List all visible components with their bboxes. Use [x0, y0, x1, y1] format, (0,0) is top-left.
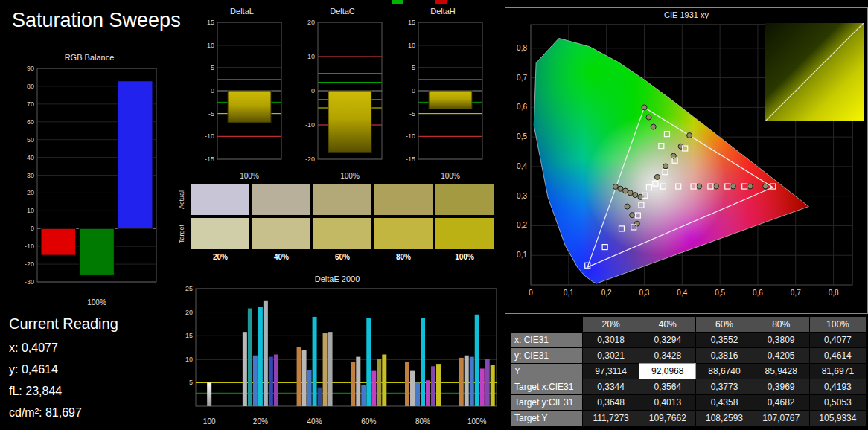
tick-label: 10 [307, 53, 315, 60]
row-label: Target x:CIE31 [511, 379, 582, 394]
actual-swatch-20% [191, 184, 249, 215]
deltae-bar [302, 350, 307, 406]
column-header: 60% [696, 317, 752, 332]
reading-y: y: 0,4614 [9, 359, 118, 380]
tick-label: -10 [25, 243, 34, 250]
rgb-balance-chart: 9080706050403020100-10-20-30100% [15, 62, 164, 311]
tick-label: 15 [185, 332, 193, 339]
red-status-marker [435, 0, 447, 4]
deltae-bar [459, 358, 464, 406]
target-point [633, 193, 638, 198]
table-cell: 85,9428 [753, 364, 809, 379]
row-label: Y [511, 364, 582, 379]
tick-label: 0,2 [517, 221, 527, 229]
deltae-bar [480, 368, 485, 406]
deltae-bar [426, 380, 430, 406]
tick-label: 5 [189, 379, 193, 386]
target-point [763, 184, 768, 189]
table-cell: 0,4077 [810, 333, 866, 347]
target-point [747, 184, 753, 189]
tick-label: 20 [185, 309, 193, 316]
deltae-bar [405, 362, 409, 406]
highlighted-cell: 92,0968 [639, 364, 695, 379]
deltae-bar [307, 370, 312, 406]
deltae-2000-chart-mount: 25201510510020%40%60%80%100% [173, 284, 501, 430]
rgb-balance-title: RGB Balance [15, 52, 164, 62]
target-point [642, 105, 647, 110]
swatch-grid: 20%40%60%80%100% [191, 184, 497, 270]
row-label: y: CIE31 [511, 348, 582, 363]
tick-label: 70 [27, 100, 34, 108]
target-row-label: Target [176, 218, 187, 249]
table-cell: 0,4193 [810, 379, 866, 394]
table-cell: 0,3021 [583, 348, 639, 363]
target-point [618, 186, 623, 191]
deltae-bar [436, 364, 441, 406]
table-cell: 0,3564 [639, 379, 695, 394]
tick-label: 0 [529, 289, 533, 297]
tick-label: 0 [211, 87, 214, 94]
actual-swatch-40% [252, 184, 310, 215]
deltae-bar [431, 366, 435, 406]
tick-label: 0,8 [829, 289, 839, 297]
table-cell: 105,9334 [810, 411, 866, 426]
swatch-column-label: 60% [313, 253, 371, 261]
deltae-bar [465, 356, 469, 406]
tick-label: -10 [406, 132, 415, 140]
table-cell: 0,4013 [639, 395, 695, 410]
table-cell: 0,4614 [810, 348, 866, 363]
measurement-table: 20%40%60%80%100%x: CIE310,30180,32940,35… [511, 317, 866, 426]
tick-label: 100% [240, 172, 259, 180]
tick-label: 5 [412, 64, 415, 71]
table-cell: 0,4205 [753, 348, 809, 363]
tick-label: 15 [408, 19, 415, 26]
rgb-balance-panel: RGB Balance 9080706050403020100-10-20-30… [15, 52, 164, 311]
tick-label: 20% [253, 417, 268, 426]
table-cell: 108,2593 [696, 411, 752, 426]
deltae-bar [470, 357, 474, 406]
tick-label: 90 [27, 65, 34, 72]
table-cell: 0,4358 [696, 395, 752, 410]
tick-label: -20 [25, 260, 34, 268]
red-bar [41, 228, 76, 255]
target-point [630, 213, 635, 218]
tick-label: 0,4 [677, 289, 687, 297]
deltaH-svg: 151050-5-10-15100% [396, 16, 490, 182]
target-point [646, 115, 651, 120]
cie-title: CIE 1931 xy [505, 10, 867, 20]
target-swatch-60% [313, 218, 371, 249]
tick-label: 0,6 [753, 289, 763, 297]
target-point [625, 204, 630, 209]
deltae-bar [313, 317, 317, 406]
deltae-bar [274, 354, 278, 406]
delta-bar [228, 91, 271, 123]
column-header: 80% [753, 317, 809, 332]
target-point [613, 184, 618, 189]
reading-x: x: 0,4077 [9, 337, 118, 359]
tick-label: 80 [27, 83, 34, 90]
swatch-column-label: 100% [435, 253, 494, 261]
tick-label: 80% [415, 417, 430, 426]
tick-label: 0,1 [517, 251, 527, 259]
table-cell: 0,3809 [753, 333, 809, 347]
green-status-marker [392, 0, 403, 4]
tick-label: -5 [409, 110, 415, 118]
tick-label: 0,8 [517, 44, 527, 52]
deltae-bar [415, 382, 420, 406]
tick-label: 0 [412, 87, 415, 94]
tick-label: -20 [305, 155, 315, 163]
deltae-bar [366, 318, 371, 406]
target-swatch-100% [435, 218, 494, 249]
tick-label: 40 [27, 154, 34, 161]
deltae-bar [243, 332, 247, 406]
tick-label: 0 [311, 87, 315, 94]
row-label: x: CIE31 [511, 333, 582, 347]
cie-chart-panel: CIE 1931 xy 00,10,20,30,40,50,60,70,80,1… [505, 7, 868, 314]
column-header: 40% [639, 317, 695, 332]
delta-bar [328, 91, 371, 153]
deltae-2000-panel: DeltaE 2000 25201510510020%40%60%80%100% [173, 274, 501, 430]
deltae-2000-svg: 25201510510020%40%60%80%100% [173, 284, 501, 427]
deltaL-svg: 151050-5-10-15100% [195, 16, 289, 182]
tick-label: 15 [207, 19, 214, 26]
deltae-bar [410, 371, 415, 406]
